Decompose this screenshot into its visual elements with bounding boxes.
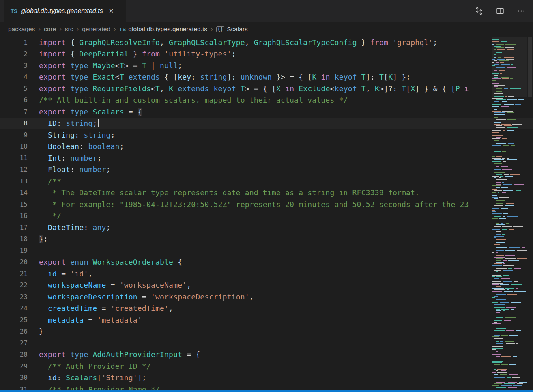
code-line[interactable]: 4export type Exact<T extends { [key: str… — [0, 71, 533, 83]
code-line[interactable]: 7export type Scalars = { — [0, 106, 533, 118]
code-text: export type RequireFields<T, K extends k… — [39, 84, 469, 93]
breadcrumb-label: packages — [8, 26, 35, 33]
line-number: 14 — [0, 189, 39, 196]
split-editor-icon[interactable] — [496, 6, 505, 15]
code-text: String: string; — [39, 131, 115, 139]
breadcrumb-item[interactable]: src — [65, 26, 73, 33]
line-number: 4 — [0, 73, 39, 81]
code-line[interactable]: 18}; — [0, 233, 533, 245]
more-actions-icon[interactable] — [517, 6, 526, 15]
code-line[interactable]: 15 * For example: "1985-04-12T23:20:50.5… — [0, 198, 533, 210]
code-text: workspaceDescription = 'workspaceDescrip… — [39, 293, 254, 301]
vertical-scrollbar[interactable] — [527, 37, 533, 390]
code-line[interactable]: 23 workspaceDescription = 'workspaceDesc… — [0, 291, 533, 303]
code-line[interactable]: 3export type Maybe<T> = T | null; — [0, 60, 533, 71]
tab-bar: TS global.db.types.generated.ts ✕ — [0, 0, 533, 22]
line-number: 22 — [0, 281, 39, 289]
line-number: 30 — [0, 374, 39, 381]
code-line[interactable]: 1import { GraphQLResolveInfo, GraphQLSca… — [0, 37, 533, 48]
code-text: ID: string; — [39, 119, 99, 127]
code-line[interactable]: 13 /** — [0, 175, 533, 187]
breadcrumb-label: Scalars — [227, 26, 248, 33]
code-line[interactable]: 14 * The DateTime scalar type represents… — [0, 187, 533, 199]
code-text: import { GraphQLResolveInfo, GraphQLScal… — [39, 38, 437, 47]
code-text: }; — [39, 235, 48, 243]
code-text: workspaceName = 'workspaceName', — [39, 281, 191, 289]
code-line[interactable]: 16 */ — [0, 210, 533, 222]
typescript-file-icon: TS — [119, 26, 126, 32]
line-number: 10 — [0, 142, 39, 150]
code-text: } — [39, 327, 43, 336]
compare-changes-icon[interactable] — [475, 6, 484, 15]
breadcrumb-label: generated — [82, 26, 110, 33]
line-number: 17 — [0, 224, 39, 231]
line-number: 27 — [0, 339, 39, 347]
code-text: export type Scalars = { — [39, 108, 142, 116]
breadcrumb-separator-icon: › — [210, 25, 213, 33]
scrollbar-slider[interactable] — [528, 37, 532, 97]
code-line[interactable]: 31 /** Auth Provider Name */ — [0, 383, 533, 390]
breadcrumb-item[interactable]: {}Scalars — [216, 26, 248, 33]
code-line[interactable]: 11 Int: number; — [0, 152, 533, 164]
line-number: 9 — [0, 131, 39, 139]
breadcrumb-label: core — [44, 26, 56, 33]
code-text: metadata = 'metadata' — [39, 316, 142, 324]
line-number: 31 — [0, 386, 39, 390]
code-text: import { DeepPartial } from 'utility-typ… — [39, 50, 236, 58]
code-text: export type AddAuthProviderInput = { — [39, 350, 200, 359]
minimap[interactable] — [492, 37, 527, 390]
code-line[interactable]: 17 DateTime: any; — [0, 222, 533, 233]
line-number: 28 — [0, 351, 39, 358]
code-line[interactable]: 24 createdTime = 'createdTime', — [0, 303, 533, 314]
line-number: 15 — [0, 200, 39, 208]
code-line[interactable]: 12 Float: number; — [0, 164, 533, 176]
code-line[interactable]: 21 id = 'id', — [0, 268, 533, 280]
breadcrumb-item[interactable]: generated — [82, 26, 110, 33]
code-line[interactable]: 8 ID: string; — [0, 118, 533, 129]
breadcrumb-separator-icon: › — [59, 25, 62, 33]
code-text: /** Auth Provider Name */ — [39, 385, 160, 390]
code-line[interactable]: 10 Boolean: boolean; — [0, 141, 533, 153]
close-tab-icon[interactable]: ✕ — [109, 7, 114, 15]
code-text: * For example: "1985-04-12T23:20:50.52Z"… — [39, 200, 469, 209]
line-number: 25 — [0, 316, 39, 324]
code-text: export type Maybe<T> = T | null; — [39, 61, 182, 70]
code-text: id = 'id', — [39, 269, 92, 278]
code-line[interactable]: 26} — [0, 326, 533, 338]
code-line[interactable]: 25 metadata = 'metadata' — [0, 314, 533, 326]
breadcrumb-item[interactable]: TSglobal.db.types.generated.ts — [119, 26, 207, 33]
tab-title: global.db.types.generated.ts — [21, 7, 103, 15]
code-text: /** — [39, 177, 61, 185]
code-line[interactable]: 2import { DeepPartial } from 'utility-ty… — [0, 48, 533, 60]
line-number: 3 — [0, 62, 39, 69]
breadcrumb-item[interactable]: core — [44, 26, 56, 33]
code-line[interactable]: 30 id: Scalars['String']; — [0, 372, 533, 384]
code-text: /** All built-in and custom scalars, map… — [39, 96, 348, 104]
code-line[interactable]: 22 workspaceName = 'workspaceName', — [0, 280, 533, 291]
code-line[interactable]: 9 String: string; — [0, 129, 533, 141]
breadcrumb-item[interactable]: packages — [8, 26, 35, 33]
code-line[interactable]: 29 /** Auth Provider ID */ — [0, 360, 533, 372]
line-number: 11 — [0, 154, 39, 162]
code-line[interactable]: 5export type RequireFields<T, K extends … — [0, 83, 533, 95]
code-editor[interactable]: 1import { GraphQLResolveInfo, GraphQLSca… — [0, 37, 533, 390]
code-text: Float: number; — [39, 165, 111, 174]
editor-tab[interactable]: TS global.db.types.generated.ts ✕ — [4, 0, 126, 22]
code-text: createdTime = 'createdTime', — [39, 304, 173, 312]
code-line[interactable]: 28export type AddAuthProviderInput = { — [0, 349, 533, 361]
line-number: 20 — [0, 258, 39, 266]
breadcrumb-separator-icon: › — [38, 25, 41, 33]
line-number: 24 — [0, 304, 39, 312]
line-number: 26 — [0, 327, 39, 335]
breadcrumb-label: global.db.types.generated.ts — [128, 26, 207, 33]
code-text: export type Exact<T extends { [key: stri… — [39, 73, 410, 81]
typescript-file-icon: TS — [11, 8, 17, 14]
code-line[interactable]: 19 — [0, 245, 533, 256]
code-line[interactable]: 6/** All built-in and custom scalars, ma… — [0, 95, 533, 106]
line-number: 5 — [0, 85, 39, 93]
line-number: 7 — [0, 108, 39, 116]
code-text: export enum WorkspaceOrderable { — [39, 258, 182, 266]
code-line[interactable]: 27 — [0, 337, 533, 349]
code-line[interactable]: 20export enum WorkspaceOrderable { — [0, 256, 533, 268]
code-text: /** Auth Provider ID */ — [39, 362, 151, 370]
